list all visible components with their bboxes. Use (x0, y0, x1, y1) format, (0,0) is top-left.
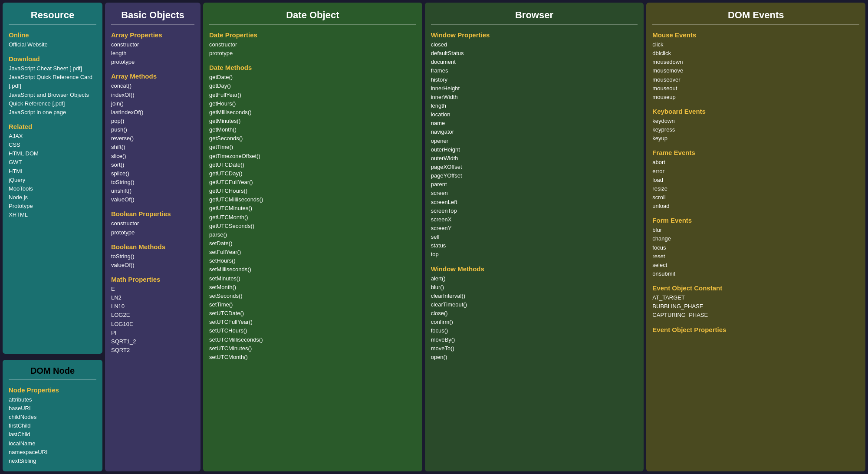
win-method-blur[interactable]: blur() (431, 283, 638, 292)
frame-event-resize[interactable]: resize (652, 184, 859, 193)
date-method-sethours[interactable]: setHours() (209, 257, 416, 265)
array-method-join[interactable]: join() (111, 99, 194, 108)
date-method-setutcminutes[interactable]: setUTCMinutes() (209, 344, 416, 353)
form-event-change[interactable]: change (652, 234, 859, 243)
win-method-cleartimeout[interactable]: clearTimeout() (431, 300, 638, 309)
node-prop-lastchild[interactable]: lastChild (9, 430, 96, 439)
node-prop-nextsibling[interactable]: nextSibling (9, 457, 96, 465)
frame-event-unload[interactable]: unload (652, 202, 859, 211)
bool-method-valueof[interactable]: valueOf() (111, 261, 194, 270)
win-prop-navigator[interactable]: navigator (431, 128, 638, 136)
date-method-setutcmonth[interactable]: setUTCMonth() (209, 353, 416, 362)
node-prop-localname[interactable]: localName (9, 439, 96, 448)
win-prop-innerwidth[interactable]: innerWidth (431, 93, 638, 102)
array-method-lastindexof[interactable]: lastIndexOf() (111, 108, 194, 117)
date-method-setmilliseconds[interactable]: setMilliseconds() (209, 265, 416, 274)
form-event-select[interactable]: select (652, 261, 859, 270)
keyboard-event-keyup[interactable]: keyup (652, 134, 859, 143)
win-prop-pagexoffset[interactable]: pageXOffset (431, 163, 638, 171)
date-method-getutchours[interactable]: getUTCHours() (209, 187, 416, 195)
related-jquery[interactable]: jQuery (9, 176, 96, 184)
frame-event-load[interactable]: load (652, 176, 859, 184)
array-method-reverse[interactable]: reverse() (111, 134, 194, 143)
win-prop-pageyoffset[interactable]: pageYOffset (431, 171, 638, 180)
event-const-capturing[interactable]: CAPTURING_PHASE (652, 311, 859, 319)
win-method-close[interactable]: close() (431, 309, 638, 318)
download-item-3[interactable]: JavaScript and Browser Objects Quick Ref… (9, 91, 96, 108)
related-prototype[interactable]: Prototype (9, 202, 96, 211)
math-prop-sqrt2[interactable]: SQRT2 (111, 346, 194, 355)
win-method-confirm[interactable]: confirm() (431, 318, 638, 326)
array-prop-constructor[interactable]: constructor (111, 40, 194, 49)
win-prop-closed[interactable]: closed (431, 40, 638, 49)
array-method-slice[interactable]: slice() (111, 152, 194, 161)
related-mootools[interactable]: MooTools (9, 184, 96, 193)
array-method-pop[interactable]: pop() (111, 117, 194, 125)
bool-prop-constructor[interactable]: constructor (111, 219, 194, 228)
date-prop-prototype[interactable]: prototype (209, 49, 416, 58)
math-prop-ln2[interactable]: LN2 (111, 293, 194, 302)
date-method-parse[interactable]: parse() (209, 230, 416, 239)
mouse-event-click[interactable]: click (652, 40, 859, 49)
date-method-setutcfullyear[interactable]: setUTCFullYear() (209, 318, 416, 326)
frame-event-scroll[interactable]: scroll (652, 193, 859, 202)
win-prop-frames[interactable]: frames (431, 66, 638, 75)
date-method-gettime[interactable]: getTime() (209, 143, 416, 151)
date-method-getutcfullyear[interactable]: getUTCFullYear() (209, 178, 416, 187)
keyboard-event-keydown[interactable]: keydown (652, 117, 859, 125)
frame-event-error[interactable]: error (652, 167, 859, 176)
array-method-concat[interactable]: concat() (111, 82, 194, 90)
array-method-valueof[interactable]: valueOf() (111, 195, 194, 204)
win-prop-screeny[interactable]: screenY (431, 224, 638, 233)
array-prop-prototype[interactable]: prototype (111, 58, 194, 66)
date-method-gethours[interactable]: getHours() (209, 99, 416, 108)
related-ajax[interactable]: AJAX (9, 132, 96, 141)
date-method-getutcmilliseconds[interactable]: getUTCMilliseconds() (209, 195, 416, 204)
win-prop-screen[interactable]: screen (431, 189, 638, 198)
win-prop-screenleft[interactable]: screenLeft (431, 198, 638, 207)
win-prop-screentop[interactable]: screenTop (431, 207, 638, 215)
math-prop-pi[interactable]: PI (111, 329, 194, 337)
date-method-setdate[interactable]: setDate() (209, 239, 416, 248)
date-method-getminutes[interactable]: getMinutes() (209, 117, 416, 125)
date-method-getday[interactable]: getDay() (209, 82, 416, 90)
mouse-event-dblclick[interactable]: dblclick (652, 49, 859, 58)
win-prop-self[interactable]: self (431, 233, 638, 241)
node-prop-childnodes[interactable]: childNodes (9, 413, 96, 421)
node-prop-baseuri[interactable]: baseURI (9, 404, 96, 413)
win-prop-screenx[interactable]: screenX (431, 215, 638, 224)
related-nodejs[interactable]: Node.js (9, 193, 96, 202)
array-method-sort[interactable]: sort() (111, 161, 194, 169)
related-htmldom[interactable]: HTML DOM (9, 149, 96, 158)
math-prop-e[interactable]: E (111, 285, 194, 293)
math-prop-ln10[interactable]: LN10 (111, 302, 194, 311)
node-prop-firstchild[interactable]: firstChild (9, 421, 96, 430)
related-xhtml[interactable]: XHTML (9, 211, 96, 219)
math-prop-log10e[interactable]: LOG10E (111, 320, 194, 329)
win-prop-location[interactable]: location (431, 110, 638, 119)
date-method-getmilliseconds[interactable]: getMilliseconds() (209, 108, 416, 117)
date-method-getmonth[interactable]: getMonth() (209, 125, 416, 134)
win-prop-name[interactable]: name (431, 119, 638, 128)
form-event-blur[interactable]: blur (652, 226, 859, 234)
form-event-reset[interactable]: reset (652, 252, 859, 261)
keyboard-event-keypress[interactable]: keypress (652, 125, 859, 134)
mouse-event-mouseout[interactable]: mouseout (652, 84, 859, 93)
related-gwt[interactable]: GWT (9, 158, 96, 167)
win-prop-history[interactable]: history (431, 76, 638, 84)
array-prop-length[interactable]: length (111, 49, 194, 58)
array-method-push[interactable]: push() (111, 125, 194, 134)
win-method-open[interactable]: open() (431, 353, 638, 362)
mouse-event-mousedown[interactable]: mousedown (652, 58, 859, 66)
mouse-event-mousemove[interactable]: mousemove (652, 66, 859, 75)
date-method-setmonth[interactable]: setMonth() (209, 283, 416, 292)
event-const-at-target[interactable]: AT_TARGET (652, 293, 859, 302)
array-method-unshift[interactable]: unshift() (111, 187, 194, 195)
date-method-gettimezoneoffset[interactable]: getTimezoneOffset() (209, 152, 416, 161)
win-prop-outerwidth[interactable]: outerWidth (431, 154, 638, 163)
win-prop-outerheight[interactable]: outerHeight (431, 145, 638, 154)
win-prop-innerheight[interactable]: innerHeight (431, 84, 638, 93)
mouse-event-mouseover[interactable]: mouseover (652, 76, 859, 84)
date-method-getutcseconds[interactable]: getUTCSeconds() (209, 222, 416, 230)
win-prop-parent[interactable]: parent (431, 180, 638, 189)
